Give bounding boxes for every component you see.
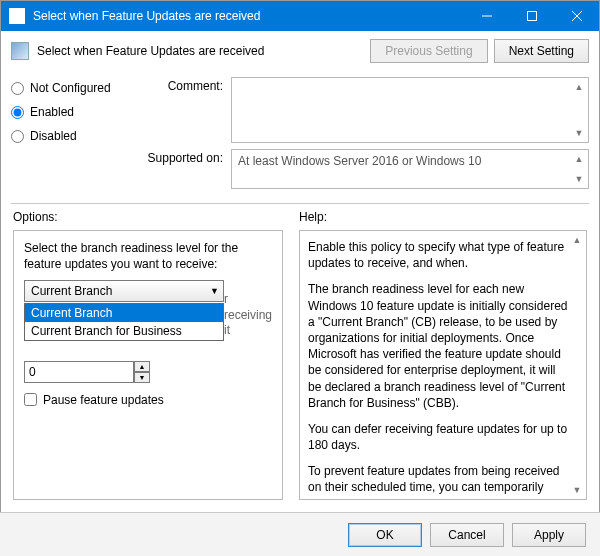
supported-on-box: At least Windows Server 2016 or Windows … [231, 149, 589, 189]
state-radio-group: Not Configured Enabled Disabled [11, 77, 141, 195]
scroll-down-icon[interactable]: ▼ [570, 483, 584, 497]
comment-label: Comment: [141, 77, 231, 143]
pause-checkbox-input[interactable] [24, 393, 37, 406]
scroll-down-icon[interactable]: ▼ [572, 172, 586, 186]
window-title: Select when Feature Updates are received [33, 9, 464, 23]
help-paragraph: The branch readiness level for each new … [308, 281, 568, 411]
radio-enabled-input[interactable] [11, 106, 24, 119]
spinner-up-button[interactable]: ▲ [134, 361, 150, 372]
divider [11, 203, 589, 204]
svg-rect-1 [527, 12, 536, 21]
policy-icon [11, 42, 29, 60]
branch-readiness-combo[interactable]: Current Branch ▼ [24, 280, 224, 302]
radio-enabled[interactable]: Enabled [11, 105, 141, 119]
defer-text-fragment: r receiving it [224, 292, 272, 339]
chevron-down-icon: ▼ [210, 286, 219, 296]
combo-selected-value: Current Branch [31, 284, 112, 298]
scroll-up-icon[interactable]: ▲ [572, 80, 586, 94]
combo-item-current-branch[interactable]: Current Branch [25, 304, 223, 322]
supported-on-text: At least Windows Server 2016 or Windows … [238, 154, 481, 168]
radio-not-configured-input[interactable] [11, 82, 24, 95]
scroll-up-icon[interactable]: ▲ [570, 233, 584, 247]
maximize-button[interactable] [509, 1, 554, 31]
radio-not-configured[interactable]: Not Configured [11, 81, 141, 95]
help-paragraph: Enable this policy to specify what type … [308, 239, 568, 271]
radio-enabled-label: Enabled [30, 105, 74, 119]
pause-checkbox-label: Pause feature updates [43, 393, 164, 407]
radio-disabled-label: Disabled [30, 129, 77, 143]
radio-disabled-input[interactable] [11, 130, 24, 143]
help-paragraph: To prevent feature updates from being re… [308, 463, 568, 500]
radio-disabled[interactable]: Disabled [11, 129, 141, 143]
combo-item-current-branch-business[interactable]: Current Branch for Business [25, 322, 223, 340]
previous-setting-button[interactable]: Previous Setting [370, 39, 487, 63]
close-button[interactable] [554, 1, 599, 31]
supported-on-label: Supported on: [141, 149, 231, 189]
cancel-button[interactable]: Cancel [430, 523, 504, 547]
help-paragraph: You can defer receiving feature updates … [308, 421, 568, 453]
scroll-up-icon[interactable]: ▲ [572, 152, 586, 166]
help-heading: Help: [299, 210, 587, 224]
apply-button[interactable]: Apply [512, 523, 586, 547]
ok-button[interactable]: OK [348, 523, 422, 547]
help-panel: Enable this policy to specify what type … [299, 230, 587, 500]
next-setting-button[interactable]: Next Setting [494, 39, 589, 63]
branch-readiness-dropdown-list: Current Branch Current Branch for Busine… [24, 303, 224, 341]
minimize-button[interactable] [464, 1, 509, 31]
radio-not-configured-label: Not Configured [30, 81, 111, 95]
policy-title: Select when Feature Updates are received [37, 44, 370, 58]
pause-feature-updates-checkbox[interactable]: Pause feature updates [24, 393, 272, 407]
spinner-down-button[interactable]: ▼ [134, 372, 150, 383]
scroll-down-icon[interactable]: ▼ [572, 126, 586, 140]
options-panel: Select the branch readiness level for th… [13, 230, 283, 500]
comment-textbox[interactable]: ▲ ▼ [231, 77, 589, 143]
defer-days-spinner[interactable]: ▲ ▼ [24, 361, 272, 383]
options-heading: Options: [13, 210, 283, 224]
defer-days-input[interactable] [24, 361, 134, 383]
app-icon [9, 8, 25, 24]
dialog-footer: OK Cancel Apply [0, 512, 600, 556]
title-bar: Select when Feature Updates are received [1, 1, 599, 31]
branch-intro-text: Select the branch readiness level for th… [24, 241, 272, 272]
